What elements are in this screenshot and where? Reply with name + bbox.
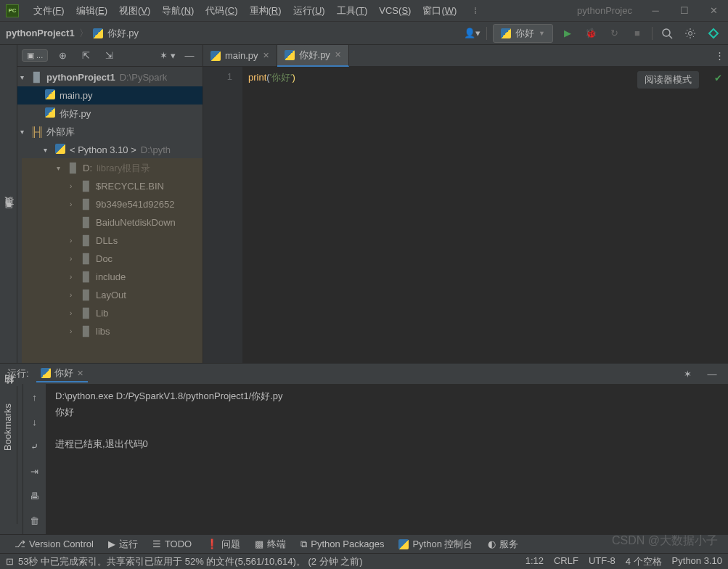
stop-button[interactable]: ■: [629, 25, 646, 42]
window-title: pythonProjec: [577, 5, 638, 16]
caret-position[interactable]: 1:12: [525, 555, 544, 568]
run-button[interactable]: ▶: [559, 25, 576, 42]
structure-tool-button[interactable]: 结构: [0, 386, 17, 398]
tab-options-icon[interactable]: ⋮: [711, 47, 728, 65]
scroll-up-icon[interactable]: ↑: [26, 388, 44, 406]
tree-external-libs[interactable]: ▾ ╟╢ 外部库: [17, 123, 203, 141]
close-tab-icon[interactable]: ✕: [263, 51, 269, 60]
tree-folder[interactable]: ›▉Lib: [17, 304, 203, 322]
chevron-down-icon[interactable]: ▾: [20, 128, 30, 136]
interpreter[interactable]: Python 3.10: [672, 555, 722, 568]
menu-edit[interactable]: 编辑(E): [70, 4, 113, 17]
code-area[interactable]: print('你好'): [242, 67, 728, 363]
project-tool-button[interactable]: 项目 ▣: [1, 196, 17, 217]
problems-tool-button[interactable]: ❗问题: [199, 538, 248, 551]
console-output[interactable]: D:\python.exe D:/PySparkV1.8/pythonProje…: [46, 384, 728, 536]
line-separator[interactable]: CRLF: [554, 555, 578, 568]
reader-mode-badge[interactable]: 阅读器模式: [637, 71, 699, 89]
project-tree[interactable]: ▾ ▉ pythonProject1 D:\PySpark main.py 你好…: [17, 67, 203, 363]
chevron-right-icon[interactable]: ›: [70, 200, 80, 208]
file-encoding[interactable]: UTF-8: [589, 555, 615, 568]
python-console-tool-button[interactable]: Python 控制台: [391, 538, 480, 551]
close-tab-icon[interactable]: ✕: [335, 50, 341, 60]
menu-refactor[interactable]: 重构(R): [244, 4, 287, 17]
chevron-down-icon[interactable]: ▾: [44, 146, 54, 154]
menu-view[interactable]: 视图(V): [113, 4, 156, 17]
chevron-right-icon[interactable]: ›: [70, 273, 80, 281]
scroll-down-icon[interactable]: ↓: [26, 413, 44, 430]
run-configuration-selector[interactable]: 你好 ▼: [493, 24, 553, 43]
tree-project-root[interactable]: ▾ ▉ pythonProject1 D:\PySpark: [17, 68, 203, 86]
bookmarks-tool-button[interactable]: Bookmarks: [0, 398, 15, 457]
maximize-button[interactable]: ☐: [676, 2, 693, 20]
close-button[interactable]: ✕: [705, 2, 722, 20]
tree-d-drive[interactable]: ▾ ▉ D: library根目录: [17, 159, 203, 177]
tab-main-py[interactable]: main.py ✕: [203, 45, 277, 67]
breadcrumb-project[interactable]: pythonProject1: [6, 28, 75, 38]
hide-run-panel-icon[interactable]: —: [703, 365, 721, 382]
python-packages-tool-button[interactable]: ⧉Python Packages: [293, 539, 391, 550]
panel-settings-icon[interactable]: ✶ ▾: [159, 47, 176, 65]
inspection-ok-icon[interactable]: ✔: [714, 73, 722, 83]
tree-folder[interactable]: ›▉DLLs: [17, 232, 203, 250]
clear-icon[interactable]: 🗑: [26, 512, 44, 529]
chevron-right-icon[interactable]: ›: [70, 237, 80, 245]
chevron-right-icon[interactable]: ›: [70, 182, 80, 190]
menu-window[interactable]: 窗口(W): [417, 4, 462, 17]
tree-folder[interactable]: ›▉Doc: [17, 250, 203, 268]
tree-folder[interactable]: ›▉$RECYCLE.BIN: [17, 177, 203, 195]
chevron-right-icon[interactable]: ›: [70, 255, 80, 263]
menu-vcs[interactable]: VCS(S): [373, 5, 417, 16]
overflow-menu-icon[interactable]: ⁞: [467, 2, 484, 20]
menu-tools[interactable]: 工具(T): [331, 4, 374, 17]
debug-button[interactable]: 🐞: [582, 25, 600, 42]
tree-folder[interactable]: ›▉include: [17, 268, 203, 286]
tree-python-env[interactable]: ▾ < Python 3.10 > D:\pyth: [17, 141, 203, 159]
chevron-right-icon[interactable]: ›: [70, 327, 80, 335]
run-panel-tab[interactable]: 你好 ✕: [36, 365, 88, 382]
status-icon[interactable]: ⊡: [6, 556, 14, 567]
run-tool-button[interactable]: ▶运行: [101, 538, 145, 551]
tree-folder[interactable]: ▉BaiduNetdiskDown: [17, 213, 203, 232]
print-icon[interactable]: 🖶: [26, 487, 44, 504]
chevron-down-icon[interactable]: ▾: [57, 164, 67, 172]
chevron-down-icon[interactable]: ▾: [20, 73, 30, 81]
menu-file[interactable]: 文件(F): [28, 4, 70, 17]
tree-folder[interactable]: ›▉9b349e541d92652: [17, 195, 203, 213]
locate-icon[interactable]: ⊕: [54, 47, 71, 65]
tree-file-main[interactable]: main.py: [17, 86, 203, 105]
play-icon: ▶: [108, 539, 115, 549]
menu-code[interactable]: 代码(C): [200, 4, 243, 17]
chevron-right-icon[interactable]: ›: [70, 309, 80, 317]
tree-file-hello[interactable]: 你好.py: [17, 105, 203, 123]
settings-icon[interactable]: [682, 25, 699, 42]
terminal-tool-button[interactable]: ▩终端: [248, 538, 293, 551]
code-with-me-icon[interactable]: [705, 25, 722, 42]
project-view-selector[interactable]: ▣ ...: [22, 49, 48, 62]
expand-all-icon[interactable]: ⇱: [77, 47, 94, 65]
vcs-tool-button[interactable]: ⎇Version Control: [7, 539, 101, 549]
indent-setting[interactable]: 4 个空格: [626, 555, 662, 568]
breadcrumb-file[interactable]: 你好.py: [107, 27, 139, 40]
breadcrumb[interactable]: pythonProject1 〉 你好.py: [6, 27, 139, 40]
menu-navigate[interactable]: 导航(N): [156, 4, 200, 17]
minimize-button[interactable]: ─: [647, 2, 664, 20]
editor-body[interactable]: 1 print('你好') 阅读器模式 ✔: [203, 67, 728, 363]
chevron-right-icon[interactable]: ›: [70, 291, 80, 299]
tree-folder[interactable]: ›▉LayOut: [17, 286, 203, 304]
search-icon[interactable]: [658, 25, 676, 42]
user-icon[interactable]: 👤▾: [463, 25, 480, 42]
hide-panel-icon[interactable]: —: [181, 47, 198, 65]
collapse-all-icon[interactable]: ⇲: [100, 47, 118, 65]
tab-hello-py[interactable]: 你好.py ✕: [277, 45, 349, 67]
services-icon: ◐: [488, 539, 496, 549]
close-icon[interactable]: ✕: [77, 369, 83, 378]
todo-tool-button[interactable]: ☰TODO: [145, 539, 199, 549]
soft-wrap-icon[interactable]: ⤶: [26, 438, 44, 455]
scroll-to-end-icon[interactable]: ⇥: [26, 462, 44, 480]
run-coverage-button[interactable]: ↻: [605, 25, 623, 42]
services-tool-button[interactable]: ◐服务: [480, 538, 525, 551]
run-settings-icon[interactable]: ✶: [679, 365, 696, 382]
tree-folder[interactable]: ›▉libs: [17, 322, 203, 340]
menu-run[interactable]: 运行(U): [287, 4, 331, 17]
